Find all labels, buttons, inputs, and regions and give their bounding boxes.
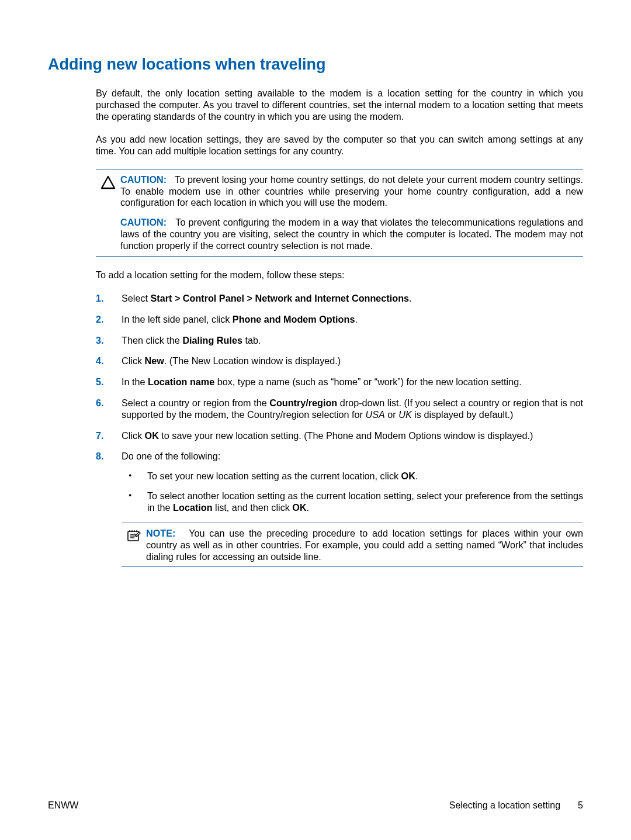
- step-text: Click: [122, 355, 145, 366]
- step-1: Select Start > Control Panel > Network a…: [96, 293, 583, 305]
- step-6: Select a country or region from the Coun…: [96, 397, 583, 421]
- step-4: Click New. (The New Location window is d…: [96, 355, 583, 367]
- step-text: .: [415, 471, 418, 481]
- step-text: Select a country or region from the: [122, 397, 269, 408]
- caution-label: CAUTION:: [120, 217, 167, 227]
- caution-label: CAUTION:: [120, 174, 167, 185]
- step-bold-dropdown: Country/region: [269, 397, 337, 408]
- body-content: By default, the only location setting av…: [96, 88, 583, 567]
- step-bold-button: New: [145, 355, 164, 366]
- step-text: In the left side panel, click: [122, 314, 233, 324]
- step-text: .: [409, 293, 412, 303]
- note-icon: [126, 528, 141, 539]
- note-text: You can use the preceding procedure to a…: [146, 528, 583, 562]
- step-text: Do one of the following:: [122, 451, 220, 461]
- page: Adding new locations when traveling By d…: [0, 0, 631, 840]
- step-3: Then click the Dialing Rules tab.: [96, 335, 583, 347]
- step-text: box, type a name (such as “home” or “wor…: [214, 376, 521, 387]
- svg-marker-5: [136, 532, 140, 537]
- step-8: Do one of the following: To set your new…: [96, 451, 583, 566]
- step-bold-field: Location name: [148, 376, 214, 387]
- step-text: list, and then click: [213, 502, 293, 513]
- step-8-option-2: To select another location setting as th…: [122, 490, 583, 514]
- step-text: Click: [122, 430, 145, 441]
- step-text: .: [355, 314, 358, 324]
- caution-text-2: To prevent configuring the modem in a wa…: [120, 217, 583, 251]
- svg-marker-0: [102, 177, 115, 188]
- step-bold-path: Start > Control Panel > Network and Inte…: [151, 293, 410, 303]
- step-7: Click OK to save your new location setti…: [96, 430, 583, 442]
- step-text: tab.: [242, 335, 261, 345]
- step-italic-value: UK: [398, 409, 412, 420]
- step-8-sublist: To set your new location setting as the …: [122, 471, 583, 513]
- step-8-option-1: To set your new location setting as the …: [122, 471, 583, 482]
- step-text: .: [307, 502, 310, 513]
- caution-text-1: To prevent losing your home country sett…: [120, 174, 583, 208]
- caution-box: CAUTION: To prevent losing your home cou…: [96, 169, 583, 257]
- step-bold-button: OK: [401, 471, 415, 481]
- step-bold-button: OK: [145, 430, 159, 441]
- page-footer: ENWW Selecting a location setting 5: [48, 800, 583, 811]
- page-heading: Adding new locations when traveling: [48, 56, 583, 74]
- step-italic-value: USA: [366, 409, 385, 420]
- step-text: . (The New Location window is displayed.…: [164, 355, 341, 366]
- caution-icon: [100, 175, 116, 186]
- step-2: In the left side panel, click Phone and …: [96, 314, 583, 326]
- step-text: is displayed by default.): [412, 409, 514, 420]
- steps-lead-in: To add a location setting for the modem,…: [96, 269, 583, 281]
- step-bold-tab: Dialing Rules: [182, 335, 242, 345]
- step-text: Then click the: [122, 335, 182, 345]
- step-bold-list: Location: [173, 502, 212, 513]
- step-text: Select: [122, 293, 151, 303]
- caution-paragraph-2: CAUTION: To prevent configuring the mode…: [120, 217, 583, 251]
- footer-page-number: 5: [578, 800, 583, 811]
- step-text: In the: [122, 376, 148, 387]
- step-bold-button: OK: [292, 502, 306, 513]
- note-label: NOTE:: [146, 528, 175, 538]
- steps-list: Select Start > Control Panel > Network a…: [96, 293, 583, 566]
- step-text: or: [385, 409, 398, 420]
- footer-left: ENWW: [48, 800, 78, 811]
- footer-section-title: Selecting a location setting: [449, 800, 560, 811]
- note-box: NOTE: You can use the preceding procedur…: [122, 523, 583, 566]
- intro-paragraph-1: By default, the only location setting av…: [96, 88, 583, 122]
- step-text: to save your new location setting. (The …: [159, 430, 533, 441]
- intro-paragraph-2: As you add new location settings, they a…: [96, 134, 583, 157]
- step-text: To set your new location setting as the …: [147, 471, 401, 481]
- caution-paragraph-1: CAUTION: To prevent losing your home cou…: [120, 174, 583, 209]
- step-bold-option: Phone and Modem Options: [233, 314, 355, 324]
- step-5: In the Location name box, type a name (s…: [96, 376, 583, 388]
